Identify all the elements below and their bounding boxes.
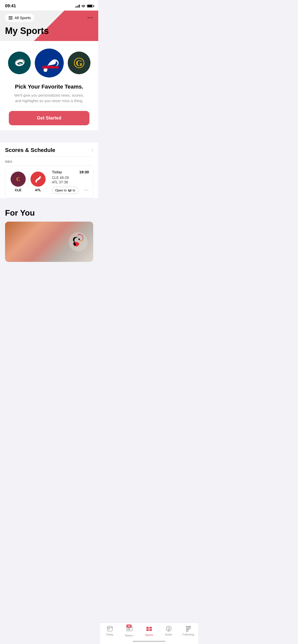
apple-tv-icon: Open in: [55, 188, 67, 192]
team-logo-eagles[interactable]: [8, 52, 31, 74]
status-icons: [75, 5, 93, 8]
cle-logo: C: [11, 172, 26, 187]
status-time: 09:41: [5, 4, 16, 9]
get-started-label: Get Started: [37, 115, 61, 120]
header: All Sports ··· My Sports: [0, 11, 98, 41]
more-label: ···: [87, 15, 93, 20]
cle-record: CLE 48-28: [52, 176, 89, 180]
status-bar: 09:41: [0, 0, 98, 11]
for-you-card[interactable]: [5, 222, 93, 262]
game-score-row: CLE 48-28 ATL 37-38: [52, 176, 89, 184]
hawks-logo-icon: [32, 173, 44, 185]
scores-title: Scores & Schedule: [5, 147, 55, 153]
atl-abbr: ATL: [35, 188, 41, 192]
get-started-button[interactable]: Get Started: [9, 111, 89, 125]
pick-subtitle: We'll give you personalized news, scores…: [11, 93, 87, 104]
game-time-row: Today 19:30: [52, 170, 89, 174]
svg-text:C: C: [16, 176, 20, 182]
team-logo-bills[interactable]: [35, 49, 64, 77]
hamburger-icon: [9, 16, 13, 19]
all-sports-label: All Sports: [15, 16, 31, 20]
bills-logo-icon: [37, 51, 61, 75]
svg-text:G: G: [76, 58, 82, 68]
teams-row: C CLE ATL: [9, 172, 47, 192]
team-logo-packers[interactable]: G: [68, 52, 90, 74]
battery-icon: [87, 5, 93, 8]
scores-chevron-icon[interactable]: ›: [92, 147, 93, 153]
pick-title: Pick Your Favorite Teams.: [15, 84, 83, 90]
more-button[interactable]: ···: [87, 15, 93, 21]
team-cle: C CLE: [9, 172, 27, 192]
svg-point-9: [39, 176, 40, 177]
game-actions: Open in tv ···: [52, 187, 89, 194]
cardinals-image-icon: [68, 232, 88, 252]
svg-point-14: [78, 238, 80, 240]
game-info: Today 19:30 CLE 48-28 ATL 37-38 Open in …: [50, 170, 89, 194]
cle-abbr: CLE: [15, 188, 21, 192]
atl-logo: [30, 172, 46, 187]
header-top: All Sports ···: [5, 14, 93, 22]
scores-section-header: Scores & Schedule ›: [5, 142, 93, 157]
league-label: NBA: [5, 157, 93, 166]
svg-rect-11: [69, 191, 71, 191]
game-more-button[interactable]: ···: [84, 188, 89, 192]
all-sports-button[interactable]: All Sports: [5, 14, 34, 22]
for-you-card-image: [63, 222, 93, 262]
team-logos: G: [8, 49, 90, 77]
team-divider: [28, 174, 28, 189]
teams-section: G Pick Your Favorite Teams. We'll give y…: [0, 41, 98, 130]
atl-record: ATL 37-38: [52, 180, 89, 184]
svg-rect-12: [69, 190, 71, 191]
scores-section: Scores & Schedule › NBA C CLE: [0, 142, 98, 198]
packers-logo-icon: G: [70, 54, 88, 72]
appletv-logo-icon: [68, 189, 72, 191]
signal-bars-icon: [75, 5, 80, 8]
eagles-logo-icon: [11, 54, 28, 72]
game-time: 19:30: [79, 170, 89, 174]
for-you-section: For You: [0, 202, 98, 262]
open-in-tv-button[interactable]: Open in tv: [52, 187, 79, 194]
game-date: Today: [52, 170, 62, 174]
page-title: My Sports: [5, 26, 93, 36]
wifi-icon: [81, 5, 85, 8]
game-card: C CLE ATL: [5, 166, 93, 198]
cavaliers-logo-icon: C: [12, 173, 24, 185]
for-you-title: For You: [5, 208, 93, 218]
team-atl: ATL: [29, 172, 47, 192]
